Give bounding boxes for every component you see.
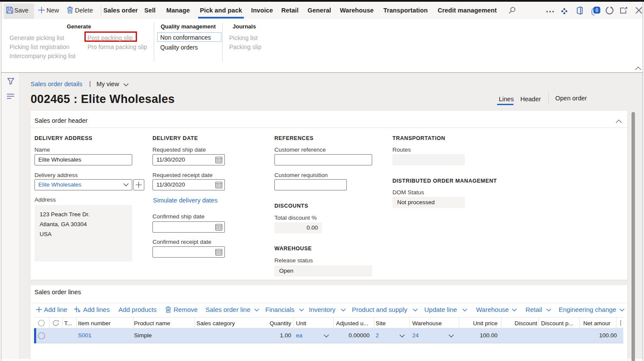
- svg-text:0: 0: [595, 7, 598, 13]
